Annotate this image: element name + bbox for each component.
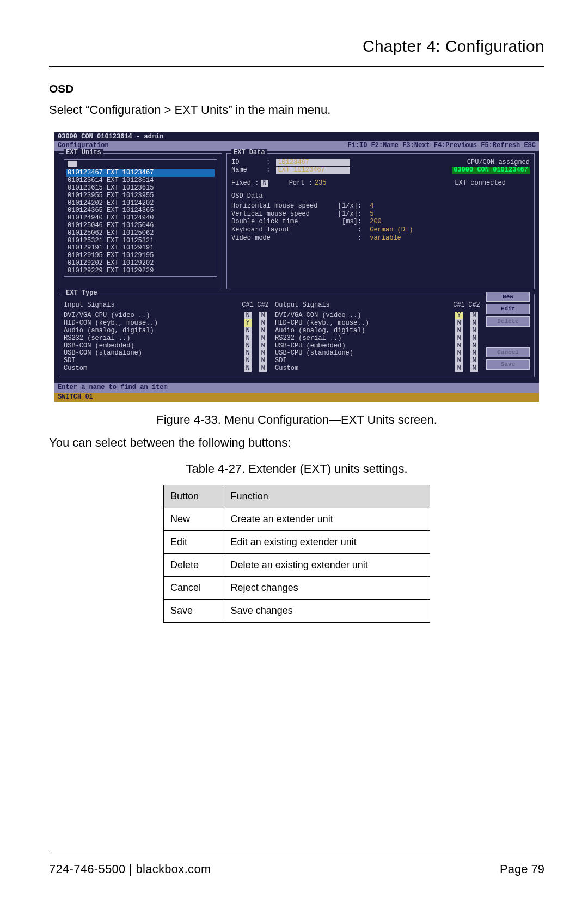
id-value[interactable]: 10123467 bbox=[278, 158, 309, 166]
signal-c2[interactable]: N bbox=[255, 327, 271, 335]
table-row: CancelReject changes bbox=[164, 577, 430, 600]
signal-row: HID-CPU (keyb., mouse..)NN bbox=[275, 320, 482, 327]
list-item[interactable]: 010123615 EXT 10123615 bbox=[64, 185, 217, 192]
rule-bottom bbox=[49, 853, 544, 853]
list-item[interactable]: 010125321 EXT 10125321 bbox=[64, 237, 217, 245]
signal-c2[interactable]: N bbox=[255, 320, 271, 327]
signal-c2[interactable]: N bbox=[255, 312, 271, 320]
side-buttons: New Edit Delete Cancel Save bbox=[486, 292, 530, 373]
signal-row: SDINN bbox=[64, 357, 271, 365]
name-value[interactable]: EXT 10123467 bbox=[278, 166, 324, 174]
list-item[interactable]: 010129195 EXT 10129195 bbox=[64, 252, 217, 260]
signal-c2[interactable]: N bbox=[255, 335, 271, 343]
signal-c2[interactable]: N bbox=[467, 327, 482, 335]
osd-heading: OSD bbox=[49, 82, 544, 95]
cpu-assigned-value: 03000 CON 010123467 bbox=[452, 167, 530, 174]
td-button: Save bbox=[164, 600, 224, 623]
signal-c1[interactable]: Y bbox=[240, 320, 255, 327]
vmode-label: Video mode bbox=[231, 235, 335, 242]
signal-c2[interactable]: N bbox=[255, 365, 271, 373]
ext-data-panel: EXT Data ID: 10123467 CPU/CON assigned N… bbox=[226, 153, 535, 289]
signal-name: DVI/VGA-CPU (video ..) bbox=[64, 312, 240, 320]
signal-c1[interactable]: N bbox=[240, 312, 255, 320]
signal-c2[interactable]: N bbox=[467, 320, 482, 327]
chapter-title: Chapter 4: Configuration bbox=[49, 37, 544, 56]
signal-row: SDINN bbox=[275, 357, 482, 365]
signal-c2[interactable]: N bbox=[467, 365, 482, 373]
signal-c1[interactable]: N bbox=[240, 327, 255, 335]
signal-c1[interactable]: N bbox=[451, 357, 467, 365]
vmode-value[interactable]: variable bbox=[370, 235, 401, 242]
input-signals-col: Input SignalsC#1C#2 DVI/VGA-CPU (video .… bbox=[64, 302, 271, 373]
signal-row: RS232 (serial ..)NN bbox=[64, 335, 271, 343]
input-signals-hdr: Input Signals bbox=[64, 302, 240, 309]
signal-c1[interactable]: N bbox=[451, 335, 467, 343]
signal-c1[interactable]: N bbox=[240, 357, 255, 365]
list-item[interactable]: 010129202 EXT 10129202 bbox=[64, 260, 217, 267]
signal-c1[interactable]: N bbox=[451, 320, 467, 327]
dclick-label: Double click time bbox=[231, 218, 335, 226]
signal-row: CustomNN bbox=[275, 365, 482, 373]
list-item[interactable]: 010125062 EXT 10125062 bbox=[64, 230, 217, 237]
save-button[interactable]: Save bbox=[486, 359, 530, 370]
signal-name: Custom bbox=[64, 365, 240, 373]
signal-name: USB-CPU (embedded) bbox=[275, 343, 451, 350]
table-row: EditEdit an existing extender unit bbox=[164, 531, 430, 554]
kblayout-value[interactable]: German (DE) bbox=[370, 227, 413, 234]
list-item[interactable]: 010125046 EXT 10125046 bbox=[64, 222, 217, 230]
vmouse-value[interactable]: 5 bbox=[370, 211, 373, 218]
signal-c1[interactable]: N bbox=[451, 365, 467, 373]
signal-c1[interactable]: N bbox=[240, 350, 255, 357]
signal-c2[interactable]: N bbox=[255, 350, 271, 357]
list-item[interactable]: 010123614 EXT 10123614 bbox=[64, 177, 217, 185]
osd-body: EXT Units 010123467 EXT 10123467 0101236… bbox=[54, 151, 539, 383]
signal-c1[interactable]: N bbox=[451, 343, 467, 350]
hmouse-label: Horizontal mouse speed bbox=[231, 203, 335, 210]
list-item[interactable]: 010124940 EXT 10124940 bbox=[64, 215, 217, 222]
signal-c1[interactable]: N bbox=[451, 327, 467, 335]
osd-menubar[interactable]: Configuration F1:ID F2:Name F3:Next F4:P… bbox=[54, 141, 539, 151]
table-row: DeleteDelete an existing extender unit bbox=[164, 554, 430, 577]
new-button[interactable]: New bbox=[486, 292, 530, 302]
signal-c2[interactable]: N bbox=[467, 343, 482, 350]
hmouse-value[interactable]: 4 bbox=[370, 203, 373, 210]
signal-name: USB-CON (embedded) bbox=[64, 343, 240, 350]
signal-c2[interactable]: N bbox=[255, 357, 271, 365]
list-item[interactable]: 010129229 EXT 10129229 bbox=[64, 267, 217, 275]
signal-c2[interactable]: N bbox=[467, 357, 482, 365]
signal-c1[interactable]: N bbox=[240, 343, 255, 350]
list-item[interactable]: 010123467 EXT 10123467 bbox=[66, 169, 215, 177]
ext-units-list[interactable]: 010123467 EXT 10123467 010123614 EXT 101… bbox=[64, 159, 217, 277]
delete-button[interactable]: Delete bbox=[486, 316, 530, 327]
lead-text: You can select between the following but… bbox=[49, 436, 544, 450]
osd-window: 03000 CON 010123614 - admin Configuratio… bbox=[54, 132, 539, 402]
cancel-button[interactable]: Cancel bbox=[486, 347, 530, 358]
signal-c2[interactable]: N bbox=[467, 350, 482, 357]
dclick-value[interactable]: 200 bbox=[370, 218, 382, 226]
settings-table: ButtonFunction NewCreate an extender uni… bbox=[163, 485, 430, 623]
signal-c2[interactable]: N bbox=[255, 343, 271, 350]
list-item[interactable]: 010129191 EXT 10129191 bbox=[64, 245, 217, 252]
signal-name: Audio (analog, digital) bbox=[64, 327, 240, 335]
signal-c1[interactable]: N bbox=[240, 335, 255, 343]
signal-c1[interactable]: N bbox=[451, 350, 467, 357]
td-function: Delete an existing extender unit bbox=[224, 554, 430, 577]
edit-button[interactable]: Edit bbox=[486, 304, 530, 314]
signal-c2[interactable]: N bbox=[467, 335, 482, 343]
list-item[interactable]: 010124202 EXT 10124202 bbox=[64, 200, 217, 208]
signal-c1[interactable]: Y bbox=[451, 312, 467, 320]
cpu-assigned-label: CPU/CON assigned bbox=[467, 159, 530, 167]
signal-c2[interactable]: N bbox=[467, 312, 482, 320]
list-item[interactable]: 010124365 EXT 10124365 bbox=[64, 207, 217, 215]
port-label: Port : bbox=[289, 180, 313, 187]
port-value: 235 bbox=[315, 180, 327, 187]
list-item[interactable]: 010123955 EXT 10123955 bbox=[64, 192, 217, 200]
signal-name: SDI bbox=[64, 357, 240, 365]
fixed-value[interactable]: N bbox=[261, 180, 268, 187]
ext-connected: EXT connected bbox=[455, 180, 506, 187]
signal-row: HID-CON (keyb., mouse..)YN bbox=[64, 320, 271, 327]
signal-row: RS232 (serial ..)NN bbox=[275, 335, 482, 343]
signal-row: Audio (analog, digital)NN bbox=[275, 327, 482, 335]
signal-row: DVI/VGA-CON (video ..)YN bbox=[275, 312, 482, 320]
signal-c1[interactable]: N bbox=[240, 365, 255, 373]
